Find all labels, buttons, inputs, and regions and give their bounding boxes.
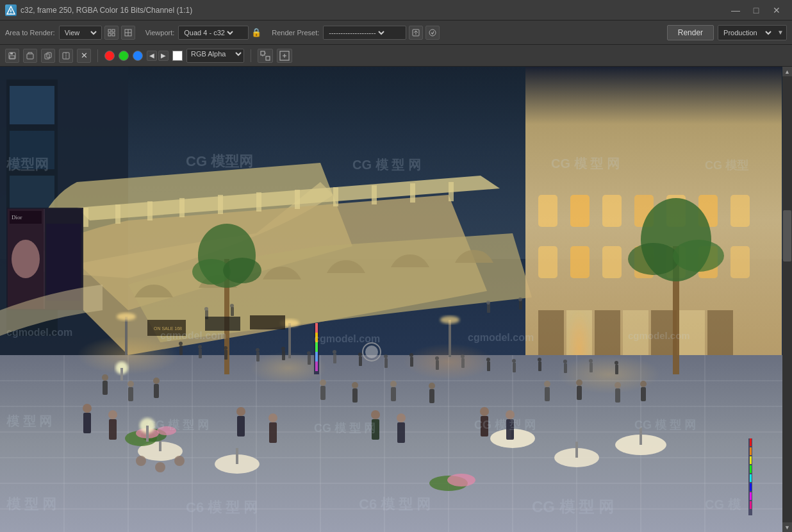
svg-point-181: [236, 407, 245, 416]
svg-point-131: [333, 350, 336, 354]
svg-point-155: [102, 374, 108, 381]
svg-rect-38: [179, 198, 185, 217]
svg-point-183: [268, 413, 277, 422]
maximize-button[interactable]: □: [746, 0, 766, 21]
red-channel-dot[interactable]: [104, 51, 115, 61]
svg-rect-130: [333, 354, 336, 363]
svg-rect-226: [750, 483, 752, 491]
svg-rect-254: [120, 368, 123, 381]
preset-load-btn[interactable]: [409, 26, 423, 40]
svg-point-212: [12, 240, 40, 278]
svg-point-96: [440, 316, 459, 324]
svg-rect-231: [205, 317, 240, 331]
svg-point-193: [204, 307, 208, 311]
svg-rect-124: [256, 352, 260, 362]
svg-text:模型网: 模型网: [6, 156, 49, 172]
svg-rect-232: [250, 315, 285, 329]
save-render-btn[interactable]: [5, 49, 19, 63]
svg-rect-223: [750, 456, 752, 464]
svg-point-147: [538, 358, 541, 362]
render-controls-group: Render Production Iterative ActiveShade …: [667, 25, 787, 40]
svg-rect-15: [10, 56, 15, 58]
svg-text:CG 模 型 网: CG 模 型 网: [314, 422, 375, 435]
svg-rect-111: [236, 448, 238, 464]
area-to-render-select[interactable]: View Region Blowup Crop: [62, 28, 99, 37]
svg-point-92: [117, 313, 136, 320]
svg-rect-44: [410, 183, 415, 203]
scroll-thumb[interactable]: [783, 210, 791, 262]
svg-text:CG 模 型 网: CG 模 型 网: [474, 419, 536, 431]
production-select[interactable]: Production Iterative ActiveShade: [721, 28, 773, 37]
svg-rect-128: [308, 355, 311, 365]
svg-rect-201: [315, 323, 318, 333]
svg-rect-122: [224, 350, 227, 360]
scroll-down-arrow[interactable]: ▼: [782, 522, 792, 532]
separator2: [251, 49, 251, 62]
svg-rect-3: [108, 29, 111, 32]
svg-rect-138: [436, 360, 439, 370]
zoom-view-btn[interactable]: [277, 49, 292, 63]
svg-rect-174: [641, 387, 646, 401]
svg-rect-93: [288, 323, 291, 358]
svg-rect-140: [461, 358, 465, 368]
production-dropdown[interactable]: Production Iterative ActiveShade ▼: [718, 25, 787, 40]
close-button[interactable]: ✕: [766, 0, 787, 21]
svg-point-2: [10, 13, 12, 14]
delete-btn[interactable]: ✕: [77, 49, 91, 63]
svg-rect-43: [372, 185, 377, 204]
render-button[interactable]: Render: [667, 25, 714, 40]
next-channel-btn[interactable]: ▶: [158, 51, 169, 61]
svg-text:CG 模: CG 模: [705, 497, 741, 511]
svg-text:CG 模 型 网: CG 模 型 网: [551, 156, 620, 170]
blue-channel-dot[interactable]: [133, 51, 143, 61]
svg-rect-56: [602, 246, 622, 278]
render-preset-select[interactable]: -------------------- Draft Standard High…: [326, 28, 386, 37]
svg-text:cgmodel.com: cgmodel.com: [628, 330, 690, 341]
svg-rect-182: [269, 422, 277, 443]
svg-rect-196: [487, 304, 490, 313]
area-to-render-dropdown[interactable]: View Region Blowup Crop: [59, 26, 102, 40]
clone-btn[interactable]: [41, 49, 55, 63]
lock-icon: 🔒: [251, 28, 261, 38]
svg-rect-95: [449, 320, 451, 357]
channel-dropdown[interactable]: RGB Alpha RGB Red Green Blue Alpha Lumin…: [186, 49, 244, 63]
scroll-up-arrow[interactable]: ▲: [782, 67, 792, 76]
title-bar: c32, frame 250, RGBA Color 16 Bits/Chann…: [0, 0, 792, 21]
svg-point-133: [358, 353, 362, 356]
white-channel-sq[interactable]: [172, 51, 183, 61]
open-image-btn[interactable]: [23, 49, 37, 63]
fit-view-btn[interactable]: [258, 49, 273, 63]
area-to-render-group: Area to Render: View Region Blowup Crop: [5, 26, 135, 40]
viewport-select[interactable]: Quad 4 - c32 Quad 1 Quad 2 Quad 3: [181, 28, 235, 37]
channel-select[interactable]: RGB Alpha RGB Red Green Blue Alpha Lumin…: [187, 49, 243, 58]
area-grid-btn[interactable]: [104, 26, 119, 40]
svg-rect-48: [570, 195, 590, 227]
svg-point-191: [506, 410, 515, 419]
svg-rect-35: [83, 208, 88, 227]
svg-point-189: [480, 407, 489, 416]
svg-rect-198: [519, 301, 522, 310]
scroll-track[interactable]: [782, 76, 792, 522]
svg-point-145: [512, 359, 516, 363]
svg-rect-32: [10, 86, 54, 124]
svg-point-195: [230, 304, 234, 308]
svg-rect-41: [295, 190, 300, 209]
compare-btn[interactable]: [59, 49, 73, 63]
minimize-button[interactable]: —: [725, 0, 746, 21]
svg-text:C6 模 型 网: C6 模 型 网: [359, 496, 431, 512]
area-extra-btn[interactable]: [121, 26, 135, 40]
green-channel-dot[interactable]: [119, 51, 129, 61]
svg-rect-186: [397, 422, 405, 443]
svg-point-125: [256, 348, 260, 352]
svg-rect-6: [112, 33, 115, 36]
svg-point-135: [384, 354, 388, 358]
svg-point-87: [77, 336, 179, 374]
render-preset-dropdown[interactable]: -------------------- Draft Standard High…: [323, 26, 406, 40]
svg-text:CG 模 型 网: CG 模 型 网: [147, 419, 209, 431]
prev-channel-btn[interactable]: ◀: [147, 51, 157, 61]
viewport-dropdown[interactable]: Quad 4 - c32 Quad 1 Quad 2 Quad 3: [178, 26, 249, 40]
preset-save-btn[interactable]: [425, 26, 440, 40]
svg-point-104: [673, 240, 724, 272]
svg-text:Dior: Dior: [12, 214, 22, 220]
svg-point-258: [365, 345, 378, 358]
